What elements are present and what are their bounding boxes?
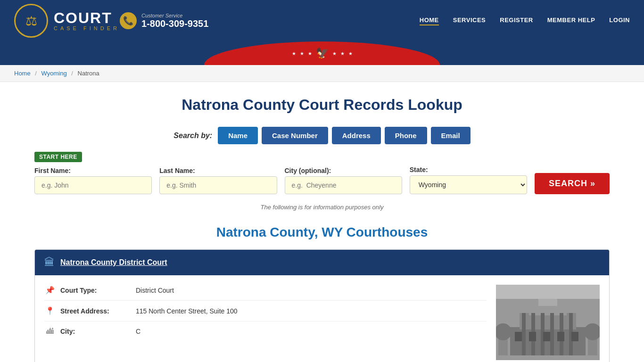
tab-case-number[interactable]: Case Number	[262, 127, 328, 144]
breadcrumb-home[interactable]: Home	[14, 70, 31, 77]
nav-login[interactable]: LOGIN	[609, 16, 630, 25]
start-here-badge: START HERE	[34, 152, 82, 162]
svg-rect-12	[529, 332, 536, 341]
search-by-label: Search by:	[173, 132, 212, 140]
breadcrumb-sep-2: /	[71, 70, 73, 77]
first-name-field: First Name:	[34, 167, 152, 194]
star-left-1: ★	[292, 51, 296, 56]
logo[interactable]: COURT CASE FINDER	[14, 4, 120, 38]
svg-rect-13	[543, 332, 550, 341]
breadcrumb: Home / Wyoming / Natrona	[0, 65, 644, 82]
svg-rect-8	[550, 313, 554, 355]
star-right-3: ★	[348, 51, 353, 56]
address-icon: 📍	[44, 306, 56, 315]
cs-label: Customer Service	[141, 13, 208, 18]
state-label: State:	[410, 166, 527, 173]
svg-rect-5	[522, 313, 526, 355]
last-name-label: Last Name:	[159, 167, 277, 174]
courthouse-card: 🏛 Natrona County District Court 📌 Court …	[34, 249, 610, 362]
courthouse-body: 📌 Court Type: District Court 📍 Street Ad…	[35, 275, 609, 362]
page-title: Natrona County Court Records Lookup	[34, 96, 610, 114]
first-name-input[interactable]	[34, 176, 152, 194]
eagle-icon: 🦅	[316, 47, 329, 59]
court-type-icon: 📌	[44, 286, 56, 295]
logo-court-text: COURT	[54, 10, 120, 25]
courthouse-svg	[496, 285, 600, 360]
city-detail-icon: 🏙	[44, 327, 56, 336]
detail-city: 🏙 City: C	[44, 321, 487, 341]
nav-services[interactable]: SERVICES	[453, 16, 486, 25]
first-name-label: First Name:	[34, 167, 152, 174]
svg-rect-11	[515, 332, 522, 341]
main-content: Natrona County Court Records Lookup Sear…	[16, 82, 628, 362]
tab-address[interactable]: Address	[332, 127, 381, 144]
tab-name[interactable]: Name	[218, 127, 258, 144]
svg-rect-14	[557, 332, 564, 341]
state-select[interactable]: Wyoming	[410, 175, 527, 194]
nav-register[interactable]: REGISTER	[500, 16, 533, 25]
eagle-area: ★ ★ ★ 🦅 ★ ★ ★	[292, 47, 353, 59]
main-nav: HOME SERVICES REGISTER MEMBER HELP LOGIN	[420, 16, 630, 25]
header-curve: ★ ★ ★ 🦅 ★ ★ ★	[0, 41, 644, 65]
info-note: The following is for information purpose…	[34, 204, 610, 211]
city-label: City (optional):	[285, 167, 402, 174]
phone-icon: 📞	[120, 12, 137, 29]
nav-home[interactable]: HOME	[420, 16, 439, 25]
breadcrumb-county: Natrona	[78, 70, 99, 77]
svg-rect-16	[496, 285, 600, 299]
cs-phone: 1-800-309-9351	[141, 18, 208, 29]
courthouse-image	[496, 285, 600, 360]
tab-email[interactable]: Email	[431, 127, 471, 144]
last-name-field: Last Name:	[159, 167, 277, 194]
logo-finder-text: CASE FINDER	[54, 25, 120, 31]
search-button[interactable]: SEARCH »	[535, 173, 610, 194]
search-form: First Name: Last Name: City (optional): …	[34, 166, 610, 194]
cs-text: Customer Service 1-800-309-9351	[141, 13, 208, 29]
search-by-row: Search by: Name Case Number Address Phon…	[34, 127, 610, 144]
address-value: 115 North Center Street, Suite 100	[136, 307, 238, 315]
city-input[interactable]	[285, 176, 402, 194]
svg-rect-2	[520, 313, 576, 329]
courthouse-building-icon: 🏛	[44, 256, 55, 269]
courthouse-name[interactable]: Natrona County District Court	[60, 258, 167, 267]
last-name-input[interactable]	[159, 176, 277, 194]
address-label: Street Address:	[60, 307, 131, 315]
courthouses-title: Natrona County, WY Courthouses	[34, 225, 610, 240]
logo-text: COURT CASE FINDER	[54, 10, 120, 31]
courthouse-details: 📌 Court Type: District Court 📍 Street Ad…	[44, 275, 487, 362]
customer-service: 📞 Customer Service 1-800-309-9351	[120, 12, 208, 29]
detail-address: 📍 Street Address: 115 North Center Stree…	[44, 301, 487, 321]
city-detail-label: City:	[60, 328, 131, 335]
court-type-label: Court Type:	[60, 287, 131, 294]
svg-rect-15	[571, 332, 578, 341]
city-field: City (optional):	[285, 167, 402, 194]
breadcrumb-sep-1: /	[35, 70, 37, 77]
court-type-value: District Court	[136, 287, 174, 294]
star-left-3: ★	[308, 51, 312, 56]
state-field: State: Wyoming	[410, 166, 527, 194]
star-right-1: ★	[332, 51, 337, 56]
eagle-banner: ★ ★ ★ 🦅 ★ ★ ★	[204, 41, 440, 65]
breadcrumb-state[interactable]: Wyoming	[41, 70, 67, 77]
courthouse-header: 🏛 Natrona County District Court	[35, 250, 609, 275]
tab-phone[interactable]: Phone	[385, 127, 427, 144]
star-left-2: ★	[300, 51, 304, 56]
star-right-2: ★	[340, 51, 345, 56]
nav-member-help[interactable]: MEMBER HELP	[547, 16, 595, 25]
city-detail-value: C	[136, 328, 140, 335]
detail-court-type: 📌 Court Type: District Court	[44, 280, 487, 301]
logo-emblem	[14, 4, 48, 38]
